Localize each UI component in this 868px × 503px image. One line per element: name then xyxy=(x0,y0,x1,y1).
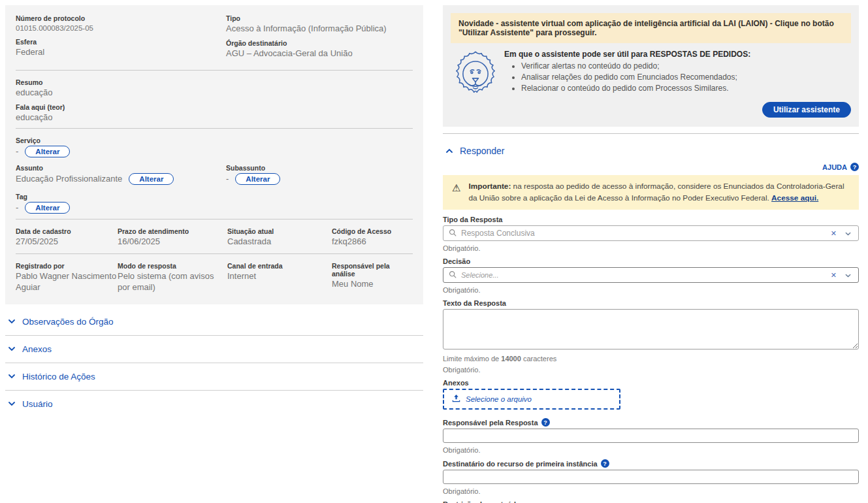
accordion-label: Usuário xyxy=(22,399,53,409)
orgao-value: AGU – Advocacia-Geral da União xyxy=(226,48,413,59)
divider xyxy=(16,128,413,129)
esfera-label: Esfera xyxy=(16,38,226,46)
prazo-value: 16/06/2025 xyxy=(118,236,227,247)
alterar-assunto-button[interactable]: Alterar xyxy=(129,173,174,185)
texto-resposta-textarea[interactable] xyxy=(443,309,859,349)
canal-entrada-label: Canal de entrada xyxy=(227,262,332,270)
lion-icon xyxy=(451,50,500,97)
modo-resposta-value: Pelo sistema (com avisos por email) xyxy=(118,271,227,293)
search-icon xyxy=(449,269,457,281)
assistant-bullet-list: Verificar alertas no conteúdo do pedido;… xyxy=(521,61,851,93)
limit-value: 14000 xyxy=(501,355,521,363)
divider xyxy=(16,219,413,219)
assistant-intro: Em que o assistente pode ser útil para R… xyxy=(504,50,851,59)
decisao-select[interactable]: Selecione... ✕ xyxy=(443,267,859,283)
required-hint: Obrigatório. xyxy=(443,487,859,495)
restricao-conteudo-label: Restrição de conteúdo xyxy=(443,500,859,503)
chevron-up-icon xyxy=(445,148,452,154)
data-cadastro-value: 27/05/2025 xyxy=(16,236,118,247)
use-assistant-button[interactable]: Utilizar assistente xyxy=(762,102,851,118)
protocol-value: 01015.000083/2025-05 xyxy=(16,24,226,33)
important-warning-box: ⚠ Importante: na resposta ao pedido de a… xyxy=(443,175,859,210)
responsavel-resposta-input[interactable] xyxy=(443,429,859,443)
upload-label: Selecione o arquivo xyxy=(466,395,532,403)
alterar-subassunto-button[interactable]: Alterar xyxy=(235,173,280,185)
fala-aqui-label: Fala aqui (teor) xyxy=(16,103,413,111)
search-icon xyxy=(449,227,457,239)
accordion-observacoes-orgao[interactable]: Observações do Órgão xyxy=(5,308,423,336)
tag-label: Tag xyxy=(16,193,413,201)
tipo-resposta-value: Resposta Conclusiva xyxy=(461,229,824,238)
file-upload-button[interactable]: Selecione o arquivo xyxy=(443,389,620,410)
important-bold: Importante: xyxy=(468,182,511,191)
divider xyxy=(443,133,859,134)
request-detail-column: Número de protocolo 01015.000083/2025-05… xyxy=(5,5,423,417)
tipo-resposta-label: Tipo da Resposta xyxy=(443,216,859,223)
modo-resposta-label: Modo de resposta xyxy=(118,262,227,270)
help-question-icon[interactable]: ? xyxy=(850,163,859,171)
accordion-usuario[interactable]: Usuário xyxy=(5,391,423,417)
chevron-down-icon xyxy=(8,318,14,325)
assistant-banner: Novidade - assistente virtual com aplica… xyxy=(451,13,851,43)
acesse-aqui-link[interactable]: Acesse aqui. xyxy=(771,193,818,203)
servico-label: Serviço xyxy=(16,137,413,144)
limit-prefix: Limite máximo de xyxy=(443,355,501,363)
registrado-label: Registrado por xyxy=(16,262,118,270)
assunto-label: Assunto xyxy=(16,164,226,172)
responder-section-header[interactable]: Responder xyxy=(443,140,859,159)
chevron-down-icon xyxy=(8,400,14,407)
required-hint: Obrigatório. xyxy=(443,366,859,374)
accordion-historico-acoes[interactable]: Histórico de Ações xyxy=(5,363,423,391)
required-hint: Obrigatório. xyxy=(443,286,859,294)
accordion-list: Observações do Órgão Anexos Histórico de… xyxy=(5,308,423,417)
canal-entrada-value: Internet xyxy=(227,271,332,282)
chevron-down-icon xyxy=(8,373,14,380)
chevron-down-icon[interactable] xyxy=(843,227,853,239)
fala-aqui-value: educação xyxy=(16,112,413,123)
assistant-bullet: Verificar alertas no conteúdo do pedido; xyxy=(521,61,851,71)
chevron-down-icon[interactable] xyxy=(843,269,853,281)
limit-suffix: caracteres xyxy=(521,355,556,363)
situacao-label: Situação atual xyxy=(227,227,332,235)
clear-icon[interactable]: ✕ xyxy=(829,271,839,280)
respond-column: Novidade - assistente virtual com aplica… xyxy=(443,5,859,503)
tipo-value: Acesso à Informação (Informação Pública) xyxy=(226,24,413,34)
orgao-label: Órgão destinatário xyxy=(226,39,413,47)
situacao-value: Cadastrada xyxy=(227,236,332,247)
warning-icon: ⚠ xyxy=(452,181,460,195)
codigo-acesso-value: fzkq2866 xyxy=(332,236,413,247)
tipo-label: Tipo xyxy=(226,14,413,22)
tag-value: - xyxy=(16,203,18,213)
prazo-label: Prazo de atendimento xyxy=(118,227,227,235)
destinatario-recurso-text: Destinatário do recurso de primeira inst… xyxy=(443,460,598,468)
servico-value: - xyxy=(16,146,18,157)
assistant-panel: Novidade - assistente virtual com aplica… xyxy=(443,5,859,127)
destinatario-recurso-label: Destinatário do recurso de primeira inst… xyxy=(443,459,859,468)
alterar-servico-button[interactable]: Alterar xyxy=(25,146,70,157)
accordion-label: Anexos xyxy=(22,344,52,354)
alterar-tag-button[interactable]: Alterar xyxy=(25,202,70,214)
responsavel-analise-label: Responsável pela análise xyxy=(332,262,413,278)
request-summary-panel: Número de protocolo 01015.000083/2025-05… xyxy=(5,5,423,304)
responsavel-resposta-label: Responsável pela Resposta? xyxy=(443,418,859,427)
responsavel-analise-value: Meu Nome xyxy=(332,279,413,289)
clear-icon[interactable]: ✕ xyxy=(829,229,839,238)
responder-title: Responder xyxy=(460,146,505,156)
accordion-anexos[interactable]: Anexos xyxy=(5,336,423,363)
chevron-down-icon xyxy=(8,346,14,352)
important-text: Importante: na resposta ao pedido de ace… xyxy=(468,181,850,204)
destinatario-recurso-input[interactable] xyxy=(443,470,859,484)
divider xyxy=(16,70,413,71)
help-link[interactable]: AJUDA xyxy=(822,163,847,171)
info-question-icon[interactable]: ? xyxy=(541,418,550,427)
tipo-resposta-select[interactable]: Resposta Conclusiva ✕ xyxy=(443,225,859,241)
responsavel-resposta-text: Responsável pela Resposta xyxy=(443,419,538,427)
anexos-label: Anexos xyxy=(443,379,859,387)
assistant-bullet: Relacionar o conteúdo do pedido com Proc… xyxy=(521,84,851,93)
resumo-value: educação xyxy=(16,88,413,98)
registrado-value: Pablo Wagner Nascimento Aguiar xyxy=(16,271,118,293)
assunto-value: Educação Profissionalizante xyxy=(16,174,122,184)
accordion-label: Observações do Órgão xyxy=(22,317,114,327)
assistant-bullet: Analisar relações do pedido com Enunciad… xyxy=(521,73,851,82)
info-question-icon[interactable]: ? xyxy=(601,459,609,468)
